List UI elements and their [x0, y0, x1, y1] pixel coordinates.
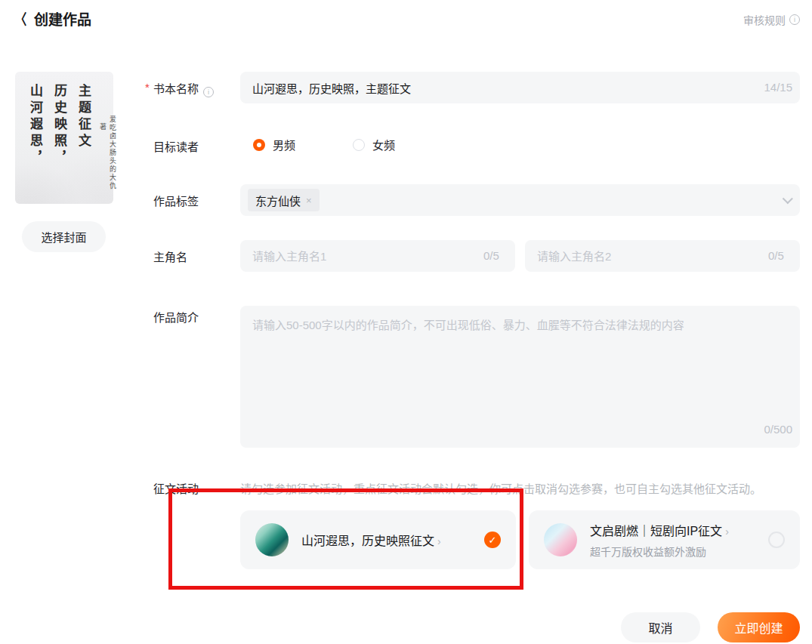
intro-label: 作品简介 [153, 309, 199, 325]
contest-avatar-pastel [544, 523, 577, 556]
target-reader-label: 目标读者 [153, 138, 199, 154]
review-rules-label: 审核规则 [743, 12, 786, 27]
page-title: 创建作品 [34, 8, 91, 29]
unchecked-circle[interactable] [768, 532, 785, 548]
contest-card-unselected[interactable]: 文启剧燃｜短剧向IP征文› 超千万版权收益额外激励 [529, 510, 800, 569]
cover-title-line: 山河遐思， [26, 84, 45, 196]
tags-select-field[interactable] [240, 184, 800, 216]
choose-cover-button[interactable]: 选择封面 [22, 221, 106, 252]
protagonist2-counter: 0/5 [768, 249, 784, 262]
tag-chip-label: 东方仙侠 [255, 193, 301, 208]
protagonist2-input[interactable] [525, 240, 800, 272]
tag-remove-icon[interactable]: × [306, 195, 312, 206]
book-name-input[interactable] [240, 72, 800, 103]
book-name-counter: 14/15 [764, 81, 792, 94]
contest-card-title: 文启剧燃｜短剧向IP征文› [590, 521, 729, 539]
checked-icon[interactable]: ✓ [484, 532, 501, 548]
contest-avatar-mountain [255, 523, 289, 556]
create-work-page: 〈 创建作品 审核规则 i 山河遐思， 历史映照， 主题征文 爱吃卤大肠头的大仇… [0, 0, 812, 644]
chevron-right-icon: › [725, 525, 729, 538]
radio-option-label: 男频 [273, 137, 295, 153]
book-cover-preview[interactable]: 山河遐思， 历史映照， 主题征文 爱吃卤大肠头的大仇著 [15, 72, 113, 204]
radio-option-female[interactable]: 女频 [353, 137, 395, 153]
page-title-row: 〈 创建作品 [14, 8, 91, 29]
radio-option-label: 女频 [372, 137, 395, 153]
review-rules-link[interactable]: 审核规则 i [743, 12, 800, 27]
contest-card-title: 山河遐思，历史映照征文› [301, 531, 441, 549]
tags-label: 作品标签 [153, 193, 199, 208]
cancel-button[interactable]: 取消 [621, 612, 700, 642]
intro-counter: 0/500 [764, 423, 792, 436]
contest-hint-text: 请勾选参加征文活动，重点征文活动会默认勾选，你可点击取消勾选参赛，也可自主勾选其… [240, 480, 800, 496]
chevron-right-icon: › [437, 535, 441, 547]
contest-label: 征文活动 [153, 480, 199, 496]
create-now-button[interactable]: 立即创建 [718, 612, 800, 642]
protagonist1-input[interactable] [240, 240, 515, 272]
cover-title-line: 历史映照， [50, 84, 69, 196]
contest-card-selected[interactable]: 山河遐思，历史映照征文› ✓ [240, 510, 516, 569]
intro-textarea[interactable] [240, 306, 800, 448]
radio-selected-icon [253, 139, 265, 151]
cover-title-line: 主题征文 [74, 84, 93, 196]
radio-option-male[interactable]: 男频 [253, 137, 295, 153]
contest-card-subtitle: 超千万版权收益额外激励 [590, 544, 729, 559]
info-icon: i [789, 14, 800, 25]
tag-chip[interactable]: 东方仙侠 × [248, 189, 320, 211]
back-icon[interactable]: 〈 [15, 8, 26, 29]
book-name-label: 书本名称i [153, 80, 214, 97]
book-name-info-icon[interactable]: i [203, 87, 214, 97]
cover-author: 爱吃卤大肠头的大仇著 [98, 116, 118, 196]
target-reader-radio-group: 男频 女频 [253, 137, 442, 153]
radio-unselected-icon [353, 139, 365, 151]
protagonist-label: 主角名 [153, 248, 187, 264]
protagonist1-counter: 0/5 [483, 249, 499, 262]
required-asterisk: * [145, 81, 150, 94]
